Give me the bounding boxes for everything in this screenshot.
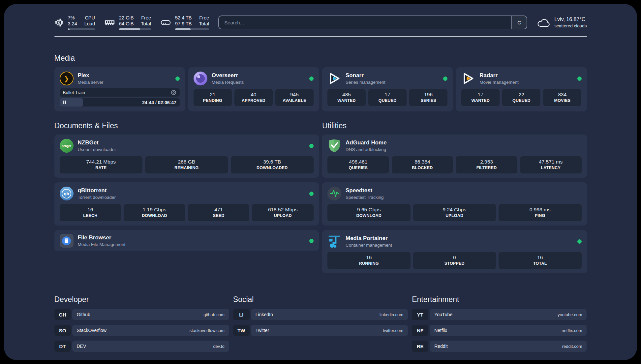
bookmark-name: Github bbox=[77, 312, 90, 317]
cloud-icon bbox=[536, 17, 550, 28]
stat-wanted: 17WANTED bbox=[461, 89, 500, 106]
bookmark-abbr: NF bbox=[412, 325, 428, 336]
app-subtitle: Speedtest Tracking bbox=[346, 195, 384, 200]
cpu-icon bbox=[54, 18, 64, 27]
bookmark-name: StackOverflow bbox=[77, 328, 107, 333]
weather-location-temp: Lviv, 16.87°C bbox=[554, 16, 587, 22]
app-card-portainer[interactable]: Media Portainer Container management 16R… bbox=[322, 230, 587, 273]
stat-upload: 9.24 GbpsUPLOAD bbox=[413, 204, 496, 221]
ram-icon bbox=[104, 18, 115, 27]
cpu-widget: 7% 3.24 CPU Load bbox=[54, 15, 95, 30]
disk-progress-bar bbox=[175, 28, 209, 30]
app-subtitle: Media server bbox=[78, 79, 104, 85]
search-engine-button[interactable]: G bbox=[511, 16, 527, 29]
app-card-radarr[interactable]: Radarr Movie management 17WANTED 22QUEUE… bbox=[456, 67, 587, 111]
ram-free-value: 22 GiB bbox=[119, 15, 134, 21]
bookmark-stackoverflow[interactable]: SO StackOverflowstackoverflow.com bbox=[54, 325, 229, 336]
section-title-entertainment: Entertainment bbox=[412, 295, 587, 304]
bookmark-reddit[interactable]: RE Redditreddit.com bbox=[412, 341, 587, 352]
stat-running: 16RUNNING bbox=[327, 252, 411, 269]
status-dot bbox=[309, 239, 314, 243]
disk-free-value: 52.4 TB bbox=[175, 15, 192, 21]
app-card-speedtest[interactable]: Speedtest Speedtest Tracking 9.65 GbpsDO… bbox=[322, 182, 587, 226]
bookmark-name: Reddit bbox=[434, 344, 447, 349]
stat-upload: 618.52 MbpsUPLOAD bbox=[252, 204, 314, 221]
search-input[interactable] bbox=[219, 16, 511, 29]
app-card-qbittorrent[interactable]: qb qBittorrent Torrent downloader 16LEEC… bbox=[54, 182, 319, 226]
app-card-plex[interactable]: Plex Media server Bullet Train bbox=[54, 67, 185, 111]
app-title: AdGuard Home bbox=[346, 139, 387, 146]
stat-series: 196SERIES bbox=[409, 89, 447, 106]
app-card-adguard[interactable]: AdGuard Home DNS and adblocking 498,461Q… bbox=[322, 135, 587, 178]
bookmark-youtube[interactable]: YT YouTubeyoutube.com bbox=[412, 309, 587, 320]
app-title: File Browser bbox=[78, 234, 126, 241]
app-subtitle: Usenet downloader bbox=[78, 147, 116, 152]
bookmark-linkedin[interactable]: LI LinkedInlinkedin.com bbox=[233, 309, 408, 320]
stat-pending: 21PENDING bbox=[194, 89, 232, 106]
stat-rate: 744.21 MbpsRATE bbox=[60, 156, 143, 173]
stat-seed: 471SEED bbox=[188, 204, 250, 221]
pause-icon[interactable] bbox=[63, 101, 66, 104]
disk-icon bbox=[160, 18, 171, 27]
bookmark-dev[interactable]: DT DEVdev.to bbox=[54, 341, 229, 352]
cpu-load-label: Load bbox=[84, 21, 95, 27]
app-title: Media Portainer bbox=[346, 235, 392, 242]
status-dot bbox=[443, 76, 447, 81]
status-dot bbox=[577, 76, 582, 81]
disk-free-label: Free bbox=[199, 15, 209, 21]
app-subtitle: Torrent downloader bbox=[78, 195, 116, 200]
bookmark-github[interactable]: GH Githubgithub.com bbox=[54, 309, 229, 320]
ram-free-label: Free bbox=[141, 15, 151, 21]
section-title-social: Social bbox=[233, 295, 408, 304]
bookmark-name: Twitter bbox=[256, 328, 269, 333]
app-card-overseerr[interactable]: Overseerr Media Requests 21PENDING 40APP… bbox=[188, 67, 319, 111]
app-subtitle: Container management bbox=[346, 242, 392, 248]
stat-total: 16TOTAL bbox=[499, 252, 582, 269]
stat-latency: 47.571 msLATENCY bbox=[520, 156, 582, 173]
radarr-icon bbox=[461, 72, 475, 85]
stat-leech: 16LEECH bbox=[60, 204, 121, 221]
status-dot bbox=[309, 76, 314, 81]
stat-approved: 40APPROVED bbox=[234, 89, 273, 106]
stat-filtered: 2,953FILTERED bbox=[456, 156, 517, 173]
sonarr-icon bbox=[327, 72, 341, 85]
plex-icon bbox=[60, 72, 74, 85]
bookmark-twitter[interactable]: TW Twittertwitter.com bbox=[233, 325, 408, 336]
cpu-usage-value: 7% bbox=[68, 15, 77, 21]
app-title: NZBGet bbox=[78, 139, 116, 146]
app-card-nzbget[interactable]: nzbget NZBGet Usenet downloader 744.21 M… bbox=[54, 135, 319, 178]
app-title: Overseerr bbox=[212, 72, 244, 79]
disk-total-value: 97.9 TB bbox=[175, 21, 192, 27]
weather-condition: scattered clouds bbox=[554, 23, 587, 28]
stat-wanted: 485WANTED bbox=[327, 89, 366, 106]
stat-download: 1.19 GbpsDOWNLOAD bbox=[124, 204, 185, 221]
bookmark-netflix[interactable]: NF Netflixnetflix.com bbox=[412, 325, 587, 336]
stat-queued: 22QUEUED bbox=[502, 89, 540, 106]
bookmark-url: netflix.com bbox=[562, 328, 582, 333]
stream-settings-icon[interactable] bbox=[171, 90, 176, 95]
section-title-utilities: Utilities bbox=[322, 121, 587, 130]
stat-queries: 498,461QUERIES bbox=[327, 156, 389, 173]
bookmark-name: YouTube bbox=[434, 312, 452, 317]
top-bar: 7% 3.24 CPU Load bbox=[54, 14, 587, 31]
bookmark-abbr: TW bbox=[233, 325, 250, 336]
overseerr-icon bbox=[194, 72, 207, 85]
app-title: Sonarr bbox=[346, 72, 385, 79]
cpu-load-value: 3.24 bbox=[68, 21, 77, 27]
disk-total-label: Total bbox=[199, 21, 209, 27]
adguard-icon bbox=[327, 139, 341, 153]
cpu-progress-fill bbox=[68, 28, 70, 30]
bookmark-url: github.com bbox=[203, 312, 225, 317]
app-card-filebrowser[interactable]: File Browser Media File Management bbox=[54, 230, 319, 251]
stat-queued: 17QUEUED bbox=[368, 89, 407, 106]
stat-ping: 0.993 msPING bbox=[499, 204, 582, 221]
stat-download: 9.65 GbpsDOWNLOAD bbox=[327, 204, 411, 221]
bookmark-name: LinkedIn bbox=[256, 312, 273, 317]
ram-progress-bar bbox=[119, 28, 151, 30]
ram-total-value: 64 GiB bbox=[119, 21, 134, 27]
app-title: qBittorrent bbox=[78, 187, 116, 194]
app-subtitle: Media Requests bbox=[212, 79, 244, 85]
app-card-sonarr[interactable]: Sonarr Series management 485WANTED 17QUE… bbox=[322, 67, 453, 111]
stat-available: 945AVAILABLE bbox=[275, 89, 314, 106]
bookmark-abbr: RE bbox=[412, 341, 428, 352]
